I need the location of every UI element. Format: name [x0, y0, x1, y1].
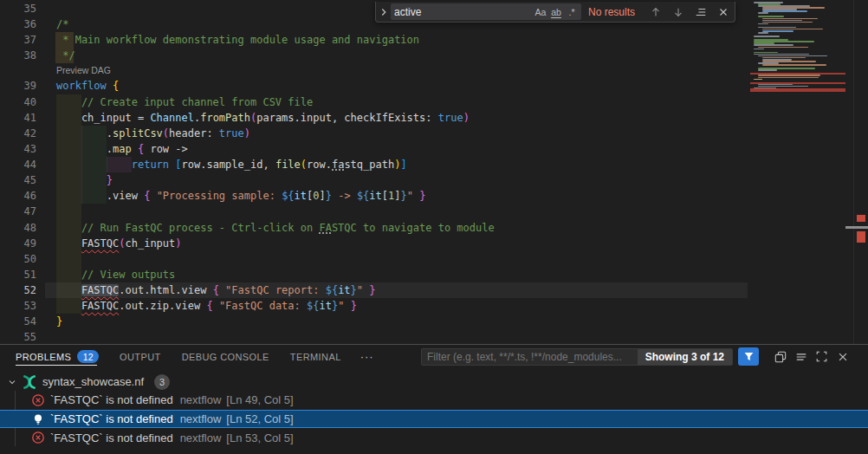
problems-filter-input[interactable] — [422, 351, 638, 363]
code-token: /* — [56, 18, 68, 30]
problem-row[interactable]: `FASTQC` is not definednextflow[Ln 52, C… — [0, 410, 868, 429]
toggle-replace-chevron-icon[interactable] — [376, 2, 391, 22]
problems-file-row[interactable]: syntax_showcase.nf 3 — [0, 373, 868, 391]
code-editor[interactable]: 3536/*37 * Main workflow demonstrating m… — [0, 0, 868, 344]
code-line[interactable]: 41ch_input = Channel.fromPath(params.inp… — [0, 110, 868, 126]
tab-output[interactable]: OUTPUT — [120, 352, 161, 362]
minimap-line — [754, 36, 780, 37]
line-number[interactable]: 36 — [0, 16, 36, 32]
code-line[interactable]: 48// Run FastQC process - Ctrl-click on … — [0, 220, 868, 236]
code-lens[interactable]: Preview DAG — [56, 63, 111, 78]
match-case-icon[interactable]: Aa — [533, 7, 548, 17]
line-number[interactable]: 35 — [0, 1, 36, 16]
code-line[interactable]: 52FASTQC.out.html.view { "FastQC report:… — [0, 282, 868, 298]
tab-problems[interactable]: PROBLEMS 12 — [16, 350, 99, 363]
code-token: true — [219, 127, 244, 139]
line-number[interactable]: 55 — [0, 329, 36, 345]
minimap-line — [758, 32, 768, 34]
panel-header: PROBLEMS 12 OUTPUT DEBUG CONSOLE TERMINA… — [0, 345, 868, 368]
problem-row[interactable]: `FASTQC` is not definednextflow[Ln 49, C… — [0, 391, 868, 410]
code-token: ${ — [326, 284, 338, 296]
code-token — [132, 143, 138, 155]
close-panel-icon[interactable] — [835, 349, 850, 364]
minimap-line — [758, 69, 777, 71]
line-number[interactable]: 51 — [0, 267, 36, 282]
find-close-icon[interactable] — [715, 3, 731, 20]
code-line[interactable]: 39workflow { — [0, 78, 868, 94]
line-number[interactable]: 44 — [0, 157, 36, 172]
collapse-all-icon[interactable] — [794, 349, 808, 364]
line-number[interactable]: 37 — [0, 32, 36, 48]
code-line[interactable]: 43.map { row -> — [0, 141, 868, 157]
line-number[interactable]: 47 — [0, 204, 36, 219]
problems-filter-box[interactable]: Showing 3 of 12 — [421, 348, 733, 366]
line-number[interactable]: 49 — [0, 236, 36, 251]
more-tabs-icon[interactable]: ··· — [360, 350, 374, 363]
line-number[interactable]: 40 — [0, 94, 36, 110]
line-number[interactable]: 38 — [0, 48, 36, 63]
nextflow-icon — [22, 375, 37, 389]
problem-source: nextflow — [180, 412, 222, 425]
minimap[interactable] — [750, 0, 852, 100]
code-token: it — [369, 190, 381, 202]
code-token: params.input, checkIfExists: — [256, 112, 438, 124]
find-previous-icon[interactable] — [647, 3, 664, 20]
line-number[interactable]: 54 — [0, 314, 36, 329]
chevron-down-icon[interactable] — [7, 377, 17, 387]
code-line[interactable]: 55 — [0, 329, 868, 345]
indent-tint — [56, 236, 81, 251]
line-number[interactable]: 45 — [0, 172, 36, 188]
code-line[interactable]: 42.splitCsv(header: true) — [0, 126, 868, 141]
find-input-box[interactable]: Aa ab .* — [391, 3, 581, 20]
minimap-line — [762, 18, 818, 20]
code-token: } — [400, 190, 406, 202]
maximize-panel-icon[interactable] — [814, 349, 829, 364]
code-line[interactable]: 45} — [0, 172, 868, 188]
tab-terminal[interactable]: TERMINAL — [290, 352, 341, 362]
view-as-table-icon[interactable] — [773, 349, 787, 364]
filter-funnel-icon[interactable] — [738, 347, 759, 366]
problem-source: nextflow — [180, 393, 222, 406]
code-line[interactable]: 40// Create input channel from CSV file — [0, 94, 868, 110]
code-line[interactable]: 49FASTQC(ch_input) — [0, 236, 868, 251]
find-next-icon[interactable] — [670, 3, 686, 20]
overview-ruler-error-mark — [857, 231, 865, 243]
code-token: ch_input — [125, 237, 175, 250]
minimap-line — [754, 44, 794, 46]
whole-word-icon[interactable]: ab — [548, 7, 564, 17]
line-number[interactable]: 53 — [0, 298, 36, 314]
find-input[interactable] — [394, 6, 533, 18]
line-number[interactable]: 43 — [0, 141, 36, 157]
code-token: " — [338, 300, 350, 312]
line-number[interactable]: 39 — [0, 78, 36, 94]
code-line[interactable]: 37 * Main workflow demonstrating module … — [0, 32, 868, 48]
code-token: row -> — [144, 143, 188, 155]
minimap-error-bar — [750, 82, 845, 85]
line-number[interactable]: 48 — [0, 220, 36, 236]
line-number[interactable]: 46 — [0, 188, 36, 204]
indent-tint — [107, 157, 132, 172]
regex-icon[interactable]: .* — [564, 7, 580, 17]
line-number[interactable]: 42 — [0, 126, 36, 141]
tab-debug-console[interactable]: DEBUG CONSOLE — [182, 352, 269, 362]
code-line[interactable]: 46.view { "Processing sample: ${it[0]} -… — [0, 188, 868, 204]
code-token: "FastQC report: — [225, 284, 326, 296]
code-line[interactable]: 53FASTQC.out.zip.view { "FastQC data: ${… — [0, 298, 868, 314]
code-token: Channel — [150, 112, 194, 124]
line-number[interactable]: 52 — [0, 282, 36, 298]
code-token: .out.html.view — [119, 284, 212, 296]
code-line[interactable]: 38 */ — [0, 48, 868, 63]
code-line[interactable]: 54} — [0, 314, 868, 329]
code-text: FASTQC(ch_input) — [81, 236, 182, 251]
code-token: it — [338, 284, 350, 296]
code-line[interactable]: 51// View outputs — [0, 267, 868, 282]
code-line[interactable]: 50 — [0, 251, 868, 267]
problem-row[interactable]: `FASTQC` is not definednextflow[Ln 53, C… — [0, 428, 868, 447]
line-number[interactable]: 50 — [0, 251, 36, 267]
code-line[interactable]: 47 — [0, 204, 868, 219]
line-number[interactable]: 41 — [0, 110, 36, 126]
code-token: row.sample_id, — [182, 159, 275, 171]
find-in-selection-icon[interactable] — [692, 3, 709, 20]
hint-diagnostic-dots — [319, 231, 331, 234]
code-line[interactable]: 44return [row.sample_id, file(row.fastq_… — [0, 157, 868, 172]
